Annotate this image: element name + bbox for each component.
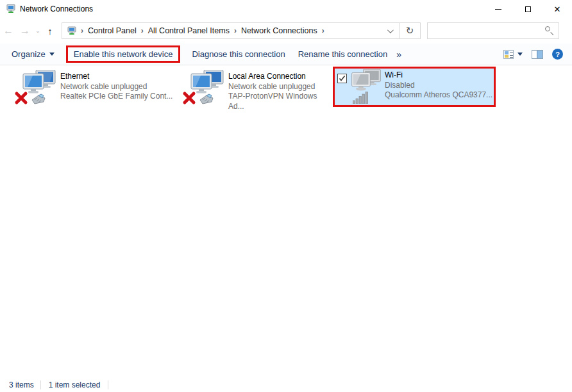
connection-item-local-area[interactable]: Local Area Connection Network cable unpl…: [182, 68, 332, 108]
connection-status: Disabled: [385, 81, 492, 91]
breadcrumb-all-control-panel-items[interactable]: All Control Panel Items: [144, 26, 233, 35]
connection-device: TAP-ProtonVPN Windows Ad...: [228, 92, 332, 111]
enable-network-device-button[interactable]: Enable this network device: [74, 49, 173, 59]
signal-bars-icon: [353, 92, 368, 104]
command-toolbar: Organize Enable this network device Diag…: [0, 44, 572, 65]
toolbar-overflow-button[interactable]: »: [394, 49, 403, 60]
file-list-area[interactable]: Ethernet Network cable unplugged Realtek…: [0, 66, 572, 378]
minimize-icon: [495, 9, 501, 10]
close-button[interactable]: ✕: [543, 0, 572, 18]
status-bar: 3 items 1 item selected: [0, 378, 572, 392]
rename-connection-button[interactable]: Rename this connection: [292, 49, 394, 59]
ethernet-adapter-icon: [182, 68, 228, 106]
window-title: Network Connections: [20, 4, 93, 13]
connection-status: Network cable unplugged: [228, 82, 332, 92]
breadcrumb-control-panel[interactable]: Control Panel: [84, 26, 140, 35]
search-icon[interactable]: [543, 24, 556, 37]
rj45-plug-icon: [28, 92, 46, 105]
connection-device: Qualcomm Atheros QCA9377...: [385, 90, 492, 101]
connection-name: Local Area Connection: [228, 72, 332, 82]
up-button[interactable]: ↑: [42, 26, 58, 37]
change-view-button[interactable]: [503, 50, 523, 59]
forward-button[interactable]: →: [17, 25, 33, 37]
maximize-icon: [525, 6, 531, 12]
breadcrumb-chevron-icon[interactable]: ›: [321, 26, 325, 35]
search-input[interactable]: [428, 23, 543, 38]
back-button[interactable]: ←: [0, 25, 17, 37]
list-view-icon: [503, 50, 514, 59]
title-bar: Network Connections ✕: [0, 0, 572, 18]
selection-count: 1 item selected: [41, 380, 108, 389]
close-icon: ✕: [554, 5, 561, 13]
connection-item-ethernet[interactable]: Ethernet Network cable unplugged Realtek…: [14, 68, 180, 108]
highlight-box-enable-button: Enable this network device: [66, 45, 181, 63]
breadcrumb-network-connections[interactable]: Network Connections: [237, 26, 321, 35]
statusbar-divider: [108, 380, 108, 389]
maximize-button[interactable]: [513, 0, 543, 18]
dropdown-arrow-icon: [517, 53, 523, 56]
connection-device: Realtek PCIe GbE Family Cont...: [60, 92, 172, 102]
diagnose-connection-button[interactable]: Diagnose this connection: [185, 49, 291, 59]
preview-pane-button[interactable]: [532, 50, 543, 59]
address-bar[interactable]: › Control Panel › All Control Panel Item…: [62, 22, 421, 39]
wifi-adapter-icon: [335, 69, 385, 104]
items-count: 3 items: [0, 380, 40, 389]
checkmark-icon: [339, 75, 346, 82]
red-x-icon: [14, 91, 28, 105]
recent-locations-chevron-icon[interactable]: ⌄: [33, 28, 42, 34]
search-box[interactable]: [427, 22, 559, 39]
connection-item-wifi[interactable]: Wi-Fi Disabled Qualcomm Atheros QCA9377.…: [333, 67, 496, 107]
navigation-bar: ← → ⌄ ↑ › Control Panel › All Control Pa…: [0, 18, 572, 44]
rj45-plug-icon: [196, 92, 214, 105]
organize-button[interactable]: Organize: [5, 49, 61, 59]
item-checkbox[interactable]: [337, 74, 347, 83]
refresh-button[interactable]: ↻: [399, 23, 420, 38]
organize-label: Organize: [12, 49, 46, 59]
help-button[interactable]: ?: [552, 49, 563, 60]
minimize-button[interactable]: [484, 0, 513, 18]
red-x-icon: [182, 91, 196, 105]
address-dropdown-button[interactable]: [380, 23, 399, 38]
address-location-icon: [66, 26, 78, 36]
connection-name: Ethernet: [60, 72, 172, 82]
dropdown-arrow-icon: [49, 53, 55, 56]
connection-status: Network cable unplugged: [60, 82, 172, 92]
chevron-down-icon: [387, 27, 393, 33]
connection-name: Wi-Fi: [385, 70, 492, 81]
network-connections-app-icon: [6, 4, 16, 14]
ethernet-adapter-icon: [14, 68, 60, 106]
